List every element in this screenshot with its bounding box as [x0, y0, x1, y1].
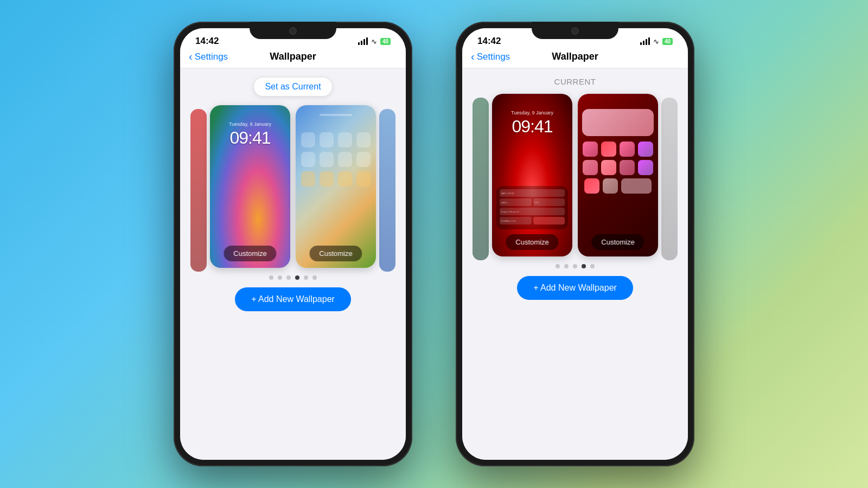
dot-1	[269, 275, 273, 280]
bar3	[363, 39, 365, 45]
back-button-left[interactable]: ‹ Settings	[189, 52, 228, 62]
add-wallpaper-button-left[interactable]: + Add New Wallpaper	[235, 287, 351, 311]
widget-3: 75%	[533, 198, 565, 206]
carousel-left: Tuesday, 9 January 09:41 Customize	[186, 105, 400, 275]
app-10	[320, 171, 334, 187]
rapp-5	[583, 160, 598, 175]
signal-left	[358, 37, 368, 45]
chevron-icon-right: ‹	[471, 51, 475, 62]
rapp-2	[601, 142, 616, 157]
lockscreen-card-right[interactable]: Tuesday, 9 January 09:41 AAPL 164.94 ●BE…	[492, 94, 572, 256]
back-label-right: Settings	[477, 52, 510, 62]
content-right: CURRENT Tuesday, 9 January 09:41	[462, 68, 688, 460]
rapp-8	[638, 160, 653, 175]
phone-right: 14:42 ∿ 40 ‹ Settings	[456, 22, 694, 466]
red-row-2	[582, 160, 654, 175]
left-strip-left-phone	[190, 109, 207, 272]
wallpaper-pair-left: Tuesday, 9 January 09:41 Customize	[210, 105, 376, 268]
app-5	[301, 152, 315, 167]
rbar2	[643, 41, 644, 45]
back-button-right[interactable]: ‹ Settings	[471, 52, 510, 62]
camera-notch-right	[571, 27, 579, 35]
screen-right: 14:42 ∿ 40 ‹ Settings	[462, 28, 688, 460]
app-12	[356, 171, 371, 187]
app-11	[338, 171, 352, 187]
time-left: 14:42	[195, 36, 219, 47]
wifi-icon-right: ∿	[653, 37, 659, 46]
rapp-1	[583, 142, 598, 157]
set-as-current-button[interactable]: Set as Current	[253, 77, 332, 97]
dot-5	[304, 275, 308, 280]
homescreen-card-right[interactable]: Customize	[578, 94, 658, 256]
rdot-3	[573, 264, 577, 268]
app-grid-left	[296, 127, 376, 196]
wifi-icon-left: ∿	[371, 37, 377, 46]
customize-btn-lock-left[interactable]: Customize	[224, 246, 276, 261]
rbar4	[648, 37, 650, 45]
content-left: Set as Current Tuesday, 9 January 09:41	[180, 68, 406, 460]
homescreen-card-left[interactable]: Customize	[296, 105, 376, 268]
rbar1	[640, 42, 642, 45]
widget-4: Felipe's iPhone 12	[500, 208, 565, 215]
rapp-6	[601, 160, 616, 175]
widget-row-4: ECMA6Lx 5.21	[500, 217, 565, 224]
dot-4-active	[295, 275, 299, 280]
rdot-4-active	[582, 264, 586, 268]
bar1	[358, 42, 360, 45]
dot-6	[312, 275, 317, 280]
dot-2	[278, 275, 282, 280]
status-icons-left: ∿ 40	[358, 37, 391, 46]
widget-row-2: ●BELx 75%	[500, 198, 565, 206]
right-strip-right-phone	[661, 98, 678, 260]
app-row-3	[301, 171, 371, 187]
right-strip-left-phone	[379, 109, 395, 272]
signal-right	[640, 37, 650, 45]
red-grid	[578, 105, 658, 229]
rapp-11	[621, 178, 652, 194]
current-label: CURRENT	[554, 77, 596, 86]
widgets-right: AAPL 164.94 ●BELx 75% Felipe's iPhone 12	[496, 186, 568, 229]
customize-btn-home-right[interactable]: Customize	[591, 234, 644, 250]
rapp-4	[638, 142, 653, 157]
nav-bar-right: ‹ Settings Wallpaper	[462, 47, 688, 68]
clock-date-right: Tuesday, 9 January	[492, 110, 572, 115]
app-7	[338, 152, 352, 167]
add-wallpaper-button-right[interactable]: + Add New Wallpaper	[517, 276, 633, 300]
clock-time-left: 09:41	[210, 128, 290, 148]
rdot-2	[564, 264, 569, 268]
wallpaper-pair-right: Tuesday, 9 January 09:41 AAPL 164.94 ●BE…	[492, 94, 658, 256]
customize-btn-lock-right[interactable]: Customize	[506, 234, 558, 250]
lockscreen-card-left[interactable]: Tuesday, 9 January 09:41 Customize	[210, 105, 290, 268]
dots-right	[556, 264, 595, 268]
rbar3	[646, 39, 647, 45]
camera-notch-left	[289, 27, 297, 35]
clock-left: Tuesday, 9 January 09:41	[210, 121, 290, 148]
nav-title-left: Wallpaper	[270, 51, 316, 62]
chevron-icon-left: ‹	[189, 51, 193, 62]
app-8	[356, 152, 371, 167]
app-9	[301, 171, 315, 187]
widget-2: ●BELx	[500, 198, 532, 206]
rapp-3	[620, 142, 635, 157]
left-strip-right-phone	[473, 98, 489, 260]
battery-right: 40	[662, 38, 673, 45]
widget-1: AAPL 164.94	[500, 189, 565, 197]
bar4	[366, 37, 368, 45]
clock-time-right: 09:41	[492, 117, 572, 137]
rapp-7	[620, 160, 635, 175]
app-row-2	[301, 152, 371, 167]
red-top-widget	[582, 109, 654, 136]
red-row-3	[582, 178, 654, 194]
screen-left: 14:42 ∿ 40 ‹ Settings	[180, 28, 406, 460]
clock-right: Tuesday, 9 January 09:41	[492, 110, 572, 137]
app-4	[356, 132, 371, 147]
app-1	[301, 132, 315, 147]
widget-row-1: AAPL 164.94	[500, 189, 565, 197]
dot-3	[286, 275, 291, 280]
battery-left: 40	[380, 38, 391, 45]
nav-bar-left: ‹ Settings Wallpaper	[180, 47, 406, 68]
phone-left: 14:42 ∿ 40 ‹ Settings	[174, 22, 412, 466]
back-label-left: Settings	[195, 52, 228, 62]
widget-progress	[533, 217, 565, 224]
customize-btn-home-left[interactable]: Customize	[309, 246, 362, 261]
